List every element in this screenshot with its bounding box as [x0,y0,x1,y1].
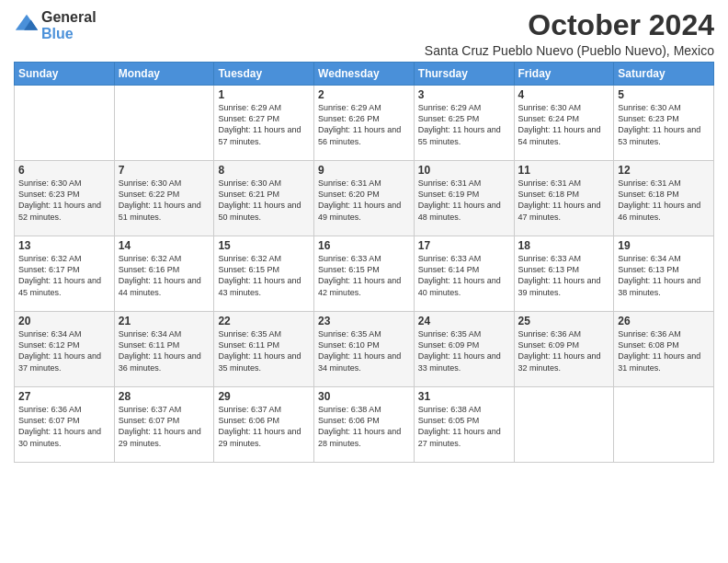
cell-4-4: 31Sunrise: 6:38 AMSunset: 6:05 PMDayligh… [414,387,514,463]
col-monday: Monday [114,63,214,86]
cell-0-4: 3Sunrise: 6:29 AMSunset: 6:25 PMDaylight… [414,86,514,161]
cell-2-1: 14Sunrise: 6:32 AMSunset: 6:16 PMDayligh… [114,236,214,312]
cell-4-2: 29Sunrise: 6:37 AMSunset: 6:06 PMDayligh… [214,387,314,463]
cell-3-6: 26Sunrise: 6:36 AMSunset: 6:08 PMDayligh… [614,312,714,387]
day-info: Sunrise: 6:31 AMSunset: 6:18 PMDaylight:… [618,178,710,223]
day-info: Sunrise: 6:32 AMSunset: 6:17 PMDaylight:… [18,253,110,298]
day-info: Sunrise: 6:31 AMSunset: 6:20 PMDaylight:… [318,178,410,223]
day-number: 20 [18,315,110,327]
day-info: Sunrise: 6:33 AMSunset: 6:15 PMDaylight:… [318,253,410,298]
day-info: Sunrise: 6:30 AMSunset: 6:23 PMDaylight:… [18,178,110,223]
day-info: Sunrise: 6:32 AMSunset: 6:16 PMDaylight:… [119,253,210,298]
day-info: Sunrise: 6:30 AMSunset: 6:24 PMDaylight:… [518,102,610,147]
day-number: 22 [218,315,310,327]
cell-1-1: 7Sunrise: 6:30 AMSunset: 6:22 PMDaylight… [114,161,214,236]
col-friday: Friday [514,63,614,86]
day-number: 7 [119,164,210,177]
logo: General Blue [14,9,97,41]
day-number: 3 [418,88,510,101]
cell-2-0: 13Sunrise: 6:32 AMSunset: 6:17 PMDayligh… [15,236,115,312]
cell-4-3: 30Sunrise: 6:38 AMSunset: 6:06 PMDayligh… [314,387,415,463]
cell-0-6: 5Sunrise: 6:30 AMSunset: 6:23 PMDaylight… [614,86,714,161]
day-number: 6 [18,164,110,177]
col-thursday: Thursday [414,63,514,86]
day-number: 17 [418,239,510,252]
cell-3-5: 25Sunrise: 6:36 AMSunset: 6:09 PMDayligh… [514,312,614,387]
day-number: 24 [418,315,510,327]
logo-icon [14,13,40,39]
day-number: 28 [119,390,210,403]
day-number: 21 [119,315,210,327]
day-info: Sunrise: 6:33 AMSunset: 6:14 PMDaylight:… [418,253,510,298]
cell-2-2: 15Sunrise: 6:32 AMSunset: 6:15 PMDayligh… [214,236,314,312]
cell-0-0 [15,86,115,161]
location-title: Santa Cruz Pueblo Nuevo (Pueblo Nuevo), … [425,43,714,58]
day-info: Sunrise: 6:35 AMSunset: 6:09 PMDaylight:… [418,328,510,373]
day-info: Sunrise: 6:34 AMSunset: 6:12 PMDaylight:… [18,328,110,373]
day-info: Sunrise: 6:36 AMSunset: 6:08 PMDaylight:… [618,328,710,373]
day-info: Sunrise: 6:29 AMSunset: 6:25 PMDaylight:… [418,102,510,147]
day-number: 14 [119,239,210,252]
day-info: Sunrise: 6:34 AMSunset: 6:13 PMDaylight:… [618,253,710,298]
calendar: Sunday Monday Tuesday Wednesday Thursday… [14,62,714,463]
day-info: Sunrise: 6:37 AMSunset: 6:07 PMDaylight:… [119,404,210,449]
cell-0-1 [114,86,214,161]
cell-4-5 [514,387,614,463]
title-block: October 2024 Santa Cruz Pueblo Nuevo (Pu… [425,9,714,58]
day-info: Sunrise: 6:29 AMSunset: 6:26 PMDaylight:… [318,102,410,147]
cell-1-2: 8Sunrise: 6:30 AMSunset: 6:21 PMDaylight… [214,161,314,236]
logo-general: General [41,9,97,26]
cell-4-6 [614,387,714,463]
day-number: 12 [618,164,710,177]
logo-text: General Blue [41,9,97,41]
day-number: 31 [418,390,510,403]
cell-1-3: 9Sunrise: 6:31 AMSunset: 6:20 PMDaylight… [314,161,415,236]
week-row-2: 6Sunrise: 6:30 AMSunset: 6:23 PMDaylight… [15,161,714,236]
cell-2-6: 19Sunrise: 6:34 AMSunset: 6:13 PMDayligh… [614,236,714,312]
day-info: Sunrise: 6:35 AMSunset: 6:11 PMDaylight:… [218,328,310,373]
day-number: 26 [618,315,710,327]
week-row-3: 13Sunrise: 6:32 AMSunset: 6:17 PMDayligh… [15,236,714,312]
weekday-header-row: Sunday Monday Tuesday Wednesday Thursday… [15,63,714,86]
cell-1-0: 6Sunrise: 6:30 AMSunset: 6:23 PMDaylight… [15,161,115,236]
day-info: Sunrise: 6:38 AMSunset: 6:06 PMDaylight:… [318,404,410,449]
logo-blue: Blue [41,26,97,42]
day-info: Sunrise: 6:30 AMSunset: 6:22 PMDaylight:… [119,178,210,223]
cell-3-1: 21Sunrise: 6:34 AMSunset: 6:11 PMDayligh… [114,312,214,387]
day-info: Sunrise: 6:37 AMSunset: 6:06 PMDaylight:… [218,404,310,449]
day-number: 5 [618,88,710,101]
cell-1-4: 10Sunrise: 6:31 AMSunset: 6:19 PMDayligh… [414,161,514,236]
day-info: Sunrise: 6:33 AMSunset: 6:13 PMDaylight:… [518,253,610,298]
cell-2-3: 16Sunrise: 6:33 AMSunset: 6:15 PMDayligh… [314,236,415,312]
day-info: Sunrise: 6:31 AMSunset: 6:18 PMDaylight:… [518,178,610,223]
week-row-4: 20Sunrise: 6:34 AMSunset: 6:12 PMDayligh… [15,312,714,387]
day-info: Sunrise: 6:36 AMSunset: 6:09 PMDaylight:… [518,328,610,373]
cell-1-6: 12Sunrise: 6:31 AMSunset: 6:18 PMDayligh… [614,161,714,236]
col-sunday: Sunday [15,63,115,86]
cell-3-2: 22Sunrise: 6:35 AMSunset: 6:11 PMDayligh… [214,312,314,387]
day-number: 13 [18,239,110,252]
cell-4-0: 27Sunrise: 6:36 AMSunset: 6:07 PMDayligh… [15,387,115,463]
day-info: Sunrise: 6:31 AMSunset: 6:19 PMDaylight:… [418,178,510,223]
day-number: 27 [18,390,110,403]
day-number: 11 [518,164,610,177]
day-number: 16 [318,239,410,252]
day-number: 9 [318,164,410,177]
day-number: 29 [218,390,310,403]
cell-0-5: 4Sunrise: 6:30 AMSunset: 6:24 PMDaylight… [514,86,614,161]
day-number: 1 [218,88,310,101]
day-info: Sunrise: 6:29 AMSunset: 6:27 PMDaylight:… [218,102,310,147]
col-wednesday: Wednesday [314,63,415,86]
week-row-1: 1Sunrise: 6:29 AMSunset: 6:27 PMDaylight… [15,86,714,161]
week-row-5: 27Sunrise: 6:36 AMSunset: 6:07 PMDayligh… [15,387,714,463]
col-tuesday: Tuesday [214,63,314,86]
page: General Blue October 2024 Santa Cruz Pue… [0,0,728,563]
header: General Blue October 2024 Santa Cruz Pue… [14,9,714,58]
day-number: 4 [518,88,610,101]
day-number: 8 [218,164,310,177]
day-number: 19 [618,239,710,252]
day-number: 30 [318,390,410,403]
day-info: Sunrise: 6:34 AMSunset: 6:11 PMDaylight:… [119,328,210,373]
day-number: 18 [518,239,610,252]
cell-1-5: 11Sunrise: 6:31 AMSunset: 6:18 PMDayligh… [514,161,614,236]
